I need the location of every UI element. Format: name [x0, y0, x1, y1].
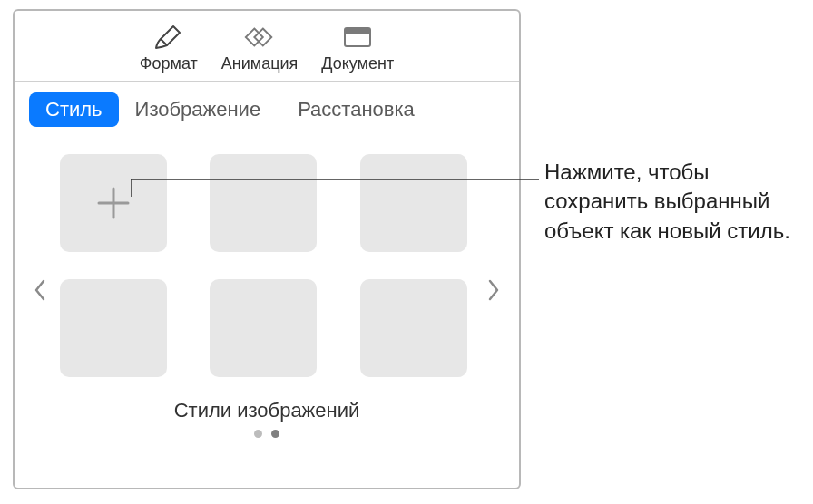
styles-heading: Стили изображений — [60, 399, 474, 422]
styles-next-button[interactable] — [481, 272, 506, 308]
add-style-button[interactable] — [60, 154, 167, 252]
toolbar: Формат Анимация Документ — [15, 11, 519, 82]
tabs: Стиль Изображение Расстановка — [15, 82, 519, 136]
styles-area: Стили изображений — [15, 136, 519, 460]
styles-prev-button[interactable] — [27, 272, 53, 308]
tab-separator — [279, 98, 279, 121]
document-label: Документ — [321, 54, 394, 73]
svg-rect-1 — [345, 28, 370, 34]
document-icon — [340, 24, 375, 51]
format-button[interactable]: Формат — [136, 24, 201, 73]
animate-label: Анимация — [221, 54, 299, 73]
page-dot[interactable] — [254, 430, 262, 438]
document-button[interactable]: Документ — [318, 24, 397, 73]
callout-text: Нажмите, чтобы сохранить выбранный объек… — [544, 158, 798, 246]
page-dot[interactable] — [271, 430, 279, 438]
page-dots — [60, 430, 474, 438]
divider — [82, 451, 452, 451]
styles-grid — [60, 154, 474, 377]
brush-icon — [152, 24, 186, 51]
style-tile[interactable] — [60, 279, 167, 377]
diamond-icon — [242, 24, 277, 51]
format-label: Формат — [140, 54, 198, 73]
plus-icon — [93, 183, 133, 223]
style-tile[interactable] — [210, 154, 317, 252]
tab-image[interactable]: Изображение — [119, 92, 278, 127]
tab-arrange[interactable]: Расстановка — [281, 92, 431, 127]
animate-button[interactable]: Анимация — [218, 24, 302, 73]
tab-style[interactable]: Стиль — [29, 92, 119, 127]
style-tile[interactable] — [360, 279, 467, 377]
inspector-panel: Формат Анимация Документ Стиль Изображен — [13, 9, 521, 489]
style-tile[interactable] — [360, 154, 467, 252]
style-tile[interactable] — [210, 279, 317, 377]
